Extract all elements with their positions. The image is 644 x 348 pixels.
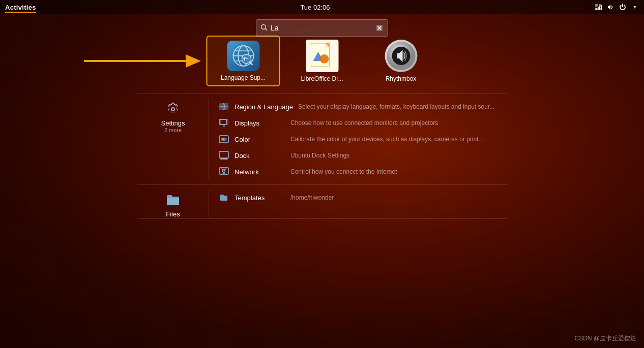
result-row-network[interactable]: Network Control how you connect to the I… [214, 164, 507, 179]
volume-icon[interactable] [606, 3, 614, 11]
svg-point-17 [319, 54, 329, 64]
network-icon[interactable] [594, 3, 602, 11]
settings-vsep [209, 99, 209, 179]
settings-rows: Region & Language Select your display la… [214, 99, 507, 179]
color-icon [218, 134, 229, 145]
files-vsep [209, 190, 209, 218]
svg-rect-32 [221, 159, 222, 160]
app-icon-language-support[interactable]: Language Sup... [207, 36, 280, 86]
displays-desc: Choose how to use connected monitors and… [290, 119, 503, 126]
svg-point-36 [223, 170, 225, 173]
files-section: Files Templates /home/hiwonder [137, 185, 507, 223]
activities-label[interactable]: Activities [5, 4, 36, 11]
watermark: CSDN @皮卡丘爱摆烂 [574, 334, 636, 343]
top-bar: Activities Tue 02:06 [0, 0, 644, 14]
result-row-region-language[interactable]: Region & Language Select your display la… [214, 99, 507, 114]
dropdown-arrow-icon[interactable]: ▼ [631, 3, 639, 11]
files-rows: Templates /home/hiwonder [214, 190, 507, 205]
dock-name: Dock [235, 152, 285, 160]
settings-section-icon [165, 101, 181, 117]
app-label-language-support: Language Sup... [221, 74, 266, 81]
color-name: Color [235, 136, 285, 143]
search-bar[interactable]: La [256, 19, 388, 37]
svg-rect-0 [595, 4, 598, 7]
results-area: Settings 2 more Region & Language Select… [137, 94, 507, 223]
dock-desc: Ubuntu Dock Settings [290, 152, 503, 159]
svg-rect-33 [223, 159, 225, 160]
search-input[interactable]: La [271, 24, 372, 32]
result-row-templates[interactable]: Templates /home/hiwonder [214, 190, 507, 205]
search-container: La [256, 19, 388, 37]
displays-name: Displays [235, 119, 285, 127]
svg-rect-30 [219, 151, 228, 158]
result-row-color[interactable]: Color Calibrate the color of your device… [214, 132, 507, 147]
arrow-head [186, 54, 201, 68]
system-tray: ▼ [594, 3, 639, 11]
templates-icon [218, 192, 229, 203]
settings-section-left: Settings 2 more [137, 99, 209, 133]
files-section-icon [165, 192, 181, 208]
svg-rect-23 [219, 119, 226, 124]
svg-rect-34 [225, 159, 227, 160]
arrow-line [84, 60, 186, 62]
files-title: Files [166, 210, 180, 218]
app-icon-rhythmbox[interactable]: Rhythmbox [364, 36, 438, 86]
result-row-dock[interactable]: Dock Ubuntu Dock Settings [214, 148, 507, 163]
svg-rect-37 [167, 198, 179, 205]
region-language-name: Region & Language [235, 103, 293, 111]
templates-desc: /home/hiwonder [290, 194, 503, 201]
clock: Tue 02:06 [300, 4, 330, 11]
dock-icon [218, 150, 229, 161]
apps-area: Language Sup... LibreOffice Dr... [207, 36, 438, 86]
displays-icon [218, 117, 229, 129]
top-separator [137, 93, 507, 93]
network-desc: Control how you connect to the Internet [290, 168, 503, 175]
network-row-icon [218, 166, 229, 177]
color-desc: Calibrate the color of your devices, suc… [290, 136, 503, 143]
app-icon-libreoffice-draw[interactable]: LibreOffice Dr... [285, 36, 359, 86]
settings-title: Settings [161, 119, 185, 127]
libreoffice-draw-icon-image [306, 40, 338, 72]
region-language-icon [218, 101, 229, 112]
network-name: Network [235, 168, 285, 176]
region-language-desc: Select your display language, formats, k… [298, 103, 503, 110]
rhythmbox-icon-image [385, 40, 417, 72]
arrow-indicator [84, 54, 201, 68]
templates-name: Templates [235, 194, 285, 202]
svg-rect-24 [221, 119, 228, 124]
result-row-displays[interactable]: Displays Choose how to use connected mon… [214, 115, 507, 131]
power-icon[interactable] [619, 3, 627, 11]
app-label-rhythmbox: Rhythmbox [386, 75, 417, 82]
arrow-image [84, 54, 201, 68]
search-clear-button[interactable] [375, 24, 384, 32]
settings-subtitle: 2 more [164, 127, 182, 133]
search-icon [260, 24, 268, 33]
settings-section: Settings 2 more Region & Language Select… [137, 94, 507, 185]
app-label-libreoffice-draw: LibreOffice Dr... [301, 75, 343, 82]
language-support-icon-image [227, 41, 259, 71]
files-section-left: Files [137, 190, 209, 218]
svg-point-29 [224, 138, 227, 141]
